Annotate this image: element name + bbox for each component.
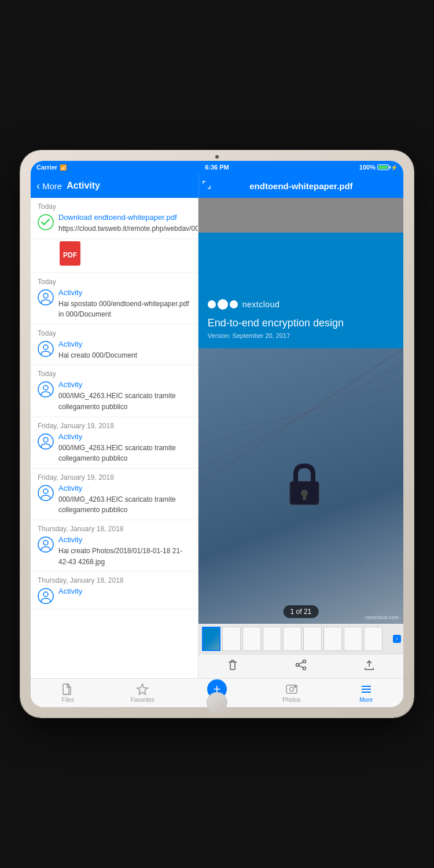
- svg-point-9: [38, 434, 53, 449]
- activity-link-3[interactable]: Activity: [58, 340, 137, 348]
- thumbnail-7[interactable]: [323, 627, 342, 651]
- thumbnail-scroll-arrow[interactable]: ›: [393, 635, 401, 643]
- activity-date-6: Friday, January 19, 2018: [38, 473, 191, 481]
- left-nav-title: Activity: [67, 181, 100, 191]
- tab-favorites-label: Favorites: [131, 697, 155, 703]
- more-tab-icon: [360, 683, 373, 696]
- svg-point-10: [43, 437, 48, 442]
- activity-item-6: Friday, January 19, 2018 Activity: [31, 469, 198, 520]
- svg-point-5: [38, 341, 53, 356]
- thumbnail-2[interactable]: [222, 627, 241, 651]
- activity-row-4: Activity 000/IMG_4263.HEIC scaricato tra…: [38, 380, 191, 411]
- battery-fill: [378, 165, 388, 169]
- photos-tab-icon: [285, 683, 298, 696]
- activity-item-2: Today Activity Hai: [31, 273, 198, 325]
- activity-content-1: Download endtoend-whitepaper.pdf https:/…: [58, 213, 198, 234]
- activity-link-6[interactable]: Activity: [58, 484, 191, 492]
- back-label: More: [42, 181, 62, 191]
- lock-background: [198, 348, 403, 624]
- tab-photos[interactable]: Photos: [254, 679, 329, 707]
- activity-row-8: Activity: [38, 587, 191, 604]
- activity-content-6: Activity 000/IMG_4263.HEIC scaricato tra…: [58, 484, 191, 515]
- user-icon-7: [38, 536, 54, 553]
- delete-button[interactable]: [226, 659, 239, 674]
- activity-row-1: Download endtoend-whitepaper.pdf https:/…: [38, 213, 191, 234]
- thumbnail-9[interactable]: [364, 627, 382, 651]
- activity-date-1: Today: [38, 203, 191, 211]
- svg-point-15: [38, 589, 53, 604]
- home-button[interactable]: [207, 692, 227, 713]
- activity-item-8: Thursday, January 18, 2018 Activity: [31, 572, 198, 609]
- user-icon-2: [38, 289, 54, 306]
- activity-content-3: Activity Hai creato 000/Document: [58, 340, 137, 361]
- thumbnail-1-img: [203, 628, 219, 650]
- svg-point-6: [43, 345, 48, 350]
- activity-link-7[interactable]: Activity: [58, 535, 191, 544]
- thumbnail-1[interactable]: [202, 627, 220, 651]
- thumbnail-5[interactable]: [283, 627, 301, 651]
- activity-date-5: Friday, January 19, 2018: [38, 422, 191, 430]
- activity-desc-5: 000/IMG_4263.HEIC scaricato tramite coll…: [58, 444, 176, 463]
- activity-row-6: Activity 000/IMG_4263.HEIC scaricato tra…: [38, 484, 191, 515]
- activity-item-1: Today Download endtoend-whitepaper.pdf: [31, 198, 198, 239]
- user-icon-3: [38, 341, 54, 357]
- svg-line-21: [242, 376, 403, 485]
- activity-row-7: Activity Hai creato Photos/2018/01/18-01…: [38, 535, 191, 567]
- svg-point-26: [303, 660, 306, 663]
- activity-desc-3: Hai creato 000/Document: [58, 351, 137, 359]
- activity-item-5: Friday, January 19, 2018 Activity: [31, 417, 198, 469]
- tab-favorites[interactable]: Favorites: [105, 679, 180, 707]
- activity-content-8: Activity: [58, 587, 82, 597]
- activity-desc-7: Hai creato Photos/2018/01/18-01-18 21-42…: [58, 547, 182, 566]
- tab-files[interactable]: Files: [31, 679, 105, 707]
- pdf-thumbnails[interactable]: ›: [198, 624, 403, 654]
- svg-point-36: [289, 687, 293, 692]
- activity-link-2[interactable]: Activity: [58, 288, 191, 297]
- right-nav-title: endtoend-whitepaper.pdf: [249, 181, 352, 191]
- share-button[interactable]: [295, 659, 307, 674]
- camera-dot: [215, 155, 219, 159]
- activity-content-2: Activity Hai spostato 000/endtoend-white…: [58, 288, 191, 319]
- svg-point-3: [38, 290, 53, 305]
- svg-point-37: [294, 686, 296, 687]
- activity-link-8[interactable]: Activity: [58, 587, 82, 595]
- activity-item-4: Today Activity 000/: [31, 365, 198, 417]
- svg-point-16: [43, 592, 48, 597]
- activity-row-2: Activity Hai spostato 000/endtoend-white…: [38, 288, 191, 319]
- activity-date-7: Thursday, January 18, 2018: [38, 525, 191, 533]
- thumbnail-6[interactable]: [303, 627, 322, 651]
- pdf-cover: nextcloud End-to-end encryption design V…: [198, 233, 403, 348]
- thumbnail-4[interactable]: [263, 627, 281, 651]
- activity-link-4[interactable]: Activity: [58, 380, 191, 389]
- ipad-screen: Carrier 📶 6:36 PM 100% ⚡ ‹ More Activi: [31, 161, 403, 707]
- tab-more[interactable]: More: [329, 679, 403, 707]
- activity-row-5: Activity 000/IMG_4263.HEIC scaricato tra…: [38, 432, 191, 464]
- thumbnail-3[interactable]: [242, 627, 261, 651]
- nc-circle-3: [230, 300, 238, 308]
- status-time: 6:36 PM: [205, 164, 229, 171]
- svg-point-7: [38, 382, 53, 397]
- svg-line-19: [198, 381, 403, 447]
- svg-line-29: [299, 662, 303, 664]
- activity-item-7: Thursday, January 18, 2018 Activity: [31, 520, 198, 572]
- svg-point-28: [303, 667, 306, 670]
- back-button[interactable]: ‹ More Activity: [31, 174, 198, 198]
- activity-date-4: Today: [38, 370, 191, 378]
- back-arrow-icon: ‹: [36, 181, 40, 191]
- expand-icon[interactable]: [202, 181, 211, 192]
- tab-more-label: More: [359, 697, 373, 703]
- activity-desc-1: https://cloud.twsweb.it/remote.php/webda…: [58, 225, 198, 233]
- thumbnail-8[interactable]: [344, 627, 362, 651]
- activity-panel[interactable]: Today Download endtoend-whitepaper.pdf: [31, 198, 198, 678]
- nextcloud-logo: nextcloud: [208, 299, 394, 310]
- activity-link-5[interactable]: Activity: [58, 432, 191, 441]
- pdf-icon-item: PDF: [31, 239, 198, 273]
- battery-bar: [377, 164, 389, 170]
- activity-row-3: Activity Hai creato 000/Document: [38, 340, 191, 361]
- pdf-viewer-panel: nextcloud End-to-end encryption design V…: [198, 198, 403, 678]
- user-icon-6: [38, 485, 54, 501]
- activity-link-1[interactable]: Download endtoend-whitepaper.pdf: [58, 213, 198, 222]
- nc-circle-2: [218, 299, 228, 310]
- svg-point-13: [38, 537, 53, 552]
- export-button[interactable]: [363, 659, 376, 674]
